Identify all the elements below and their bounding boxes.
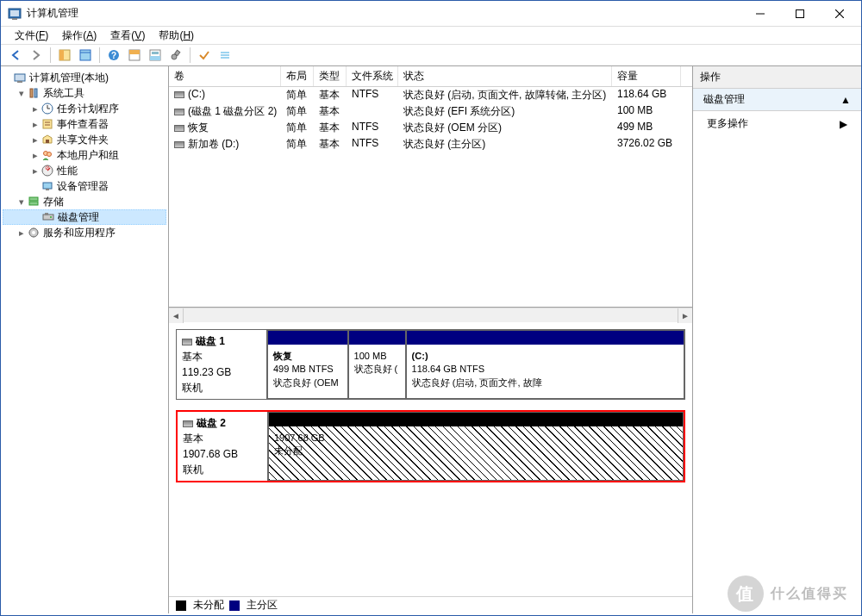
tree-storage[interactable]: ▾存储: [3, 194, 166, 209]
disk-block[interactable]: 磁盘 1基本119.23 GB联机恢复499 MB NTFS状态良好 (OEM1…: [176, 329, 685, 400]
svg-rect-40: [46, 189, 49, 190]
scroll-left-icon[interactable]: ◄: [169, 308, 184, 323]
more-actions[interactable]: 更多操作 ▶: [693, 111, 861, 136]
app-window: 计算机管理 文件(F)操作(A)查看(V)帮助(H) ?: [0, 0, 862, 616]
col-status[interactable]: 状态: [398, 66, 612, 86]
partition[interactable]: 恢复499 MB NTFS状态良好 (OEM: [267, 330, 348, 399]
tree-disk_mgmt[interactable]: 磁盘管理: [3, 209, 166, 225]
nav-back-button[interactable]: [6, 46, 25, 65]
tree-label: 存储: [43, 195, 64, 209]
tree-label: 设备管理器: [57, 179, 109, 194]
tree-twisty[interactable]: ▸: [30, 150, 41, 161]
volume-list-header[interactable]: 卷 布局 类型 文件系统 状态 容量: [169, 66, 692, 87]
close-button[interactable]: [820, 2, 859, 26]
svg-rect-25: [30, 89, 33, 97]
tree-node-icon: [41, 117, 54, 131]
tree-twisty[interactable]: ▸: [16, 227, 27, 239]
disk-info[interactable]: 磁盘 1基本119.23 GB联机: [177, 330, 267, 399]
col-type[interactable]: 类型: [314, 66, 347, 86]
tree-twisty[interactable]: ▾: [16, 196, 27, 208]
legend-unallocated-swatch: [176, 600, 186, 611]
disk-icon: [174, 109, 184, 115]
tree-node-icon: [41, 179, 54, 193]
collapse-icon: ▲: [840, 94, 851, 106]
actions-pane: 操作 磁盘管理 ▲ 更多操作 ▶: [693, 66, 861, 613]
tree-twisty[interactable]: [3, 72, 13, 83]
tree-event_viewer[interactable]: ▸事件查看器: [3, 116, 166, 132]
volume-list[interactable]: 卷 布局 类型 文件系统 状态 容量 (C:)简单基本NTFS状态良好 (启动,…: [169, 66, 692, 308]
disk-icon: [174, 125, 184, 132]
disk-graphical-view[interactable]: 磁盘 1基本119.23 GB联机恢复499 MB NTFS状态良好 (OEM1…: [169, 322, 692, 596]
tree-twisty[interactable]: [30, 181, 41, 191]
toolbar: ?: [1, 44, 861, 66]
col-filesystem[interactable]: 文件系统: [347, 66, 398, 86]
svg-point-35: [47, 152, 52, 157]
col-layout[interactable]: 布局: [281, 66, 314, 86]
volume-row[interactable]: (C:)简单基本NTFS状态良好 (启动, 页面文件, 故障转储, 主分区)11…: [169, 87, 692, 103]
tree-local_users[interactable]: ▸本地用户和组: [3, 147, 166, 163]
menu-a[interactable]: 操作(A): [57, 28, 102, 43]
disk-info[interactable]: 磁盘 2基本1907.68 GB联机: [178, 412, 268, 481]
tree-twisty[interactable]: ▸: [30, 134, 41, 146]
scroll-right-icon[interactable]: ►: [678, 308, 692, 323]
view-bottom-button[interactable]: [146, 46, 165, 65]
volume-row[interactable]: 新加卷 (D:)简单基本NTFS状态良好 (主分区)3726.02 GB: [169, 136, 692, 152]
nav-forward-button[interactable]: [27, 46, 46, 65]
partition[interactable]: 1907.68 GB未分配: [268, 412, 684, 481]
tree-label: 性能: [57, 164, 78, 178]
disk-icon: [183, 420, 193, 427]
nav-tree[interactable]: 计算机管理(本地)▾系统工具▸任务计划程序▸事件查看器▸共享文件夹▸本地用户和组…: [1, 66, 169, 613]
svg-rect-26: [34, 89, 37, 97]
svg-text:?: ?: [111, 51, 116, 60]
tree-twisty[interactable]: ▸: [30, 165, 41, 177]
col-volume[interactable]: 卷: [169, 66, 281, 86]
col-capacity[interactable]: 容量: [612, 66, 681, 86]
partition-bar: [407, 331, 684, 345]
tree-performance[interactable]: ▸⊘性能: [3, 163, 166, 178]
svg-rect-24: [17, 81, 22, 83]
tree-twisty[interactable]: [31, 212, 41, 222]
svg-rect-21: [221, 54, 229, 56]
hscrollbar[interactable]: ◄ ►: [169, 308, 692, 322]
svg-point-47: [32, 231, 35, 234]
partition[interactable]: (C:)118.64 GB NTFS状态良好 (启动, 页面文件, 故障: [406, 330, 684, 399]
maximize-button[interactable]: [780, 2, 820, 26]
window-title: 计算机管理: [27, 6, 740, 21]
svg-rect-2: [12, 18, 17, 20]
minimize-button[interactable]: [740, 2, 780, 26]
volume-row[interactable]: (磁盘 1 磁盘分区 2)简单基本状态良好 (EFI 系统分区)100 MB: [169, 103, 692, 120]
disk-block[interactable]: 磁盘 2基本1907.68 GB联机1907.68 GB未分配: [176, 410, 685, 482]
svg-rect-45: [45, 213, 48, 215]
svg-rect-22: [221, 57, 229, 59]
tree-twisty[interactable]: ▾: [16, 88, 27, 99]
tree-twisty[interactable]: ▸: [30, 103, 41, 115]
menu-v[interactable]: 查看(V): [105, 28, 150, 43]
svg-rect-42: [29, 202, 38, 205]
actions-section[interactable]: 磁盘管理 ▲: [693, 89, 861, 111]
view-top-button[interactable]: [125, 46, 144, 65]
list-button[interactable]: [216, 46, 234, 65]
tree-services_apps[interactable]: ▸服务和应用程序: [3, 225, 166, 240]
check-button[interactable]: [195, 46, 214, 65]
tree-root[interactable]: 计算机管理(本地): [3, 70, 166, 85]
tree-task_scheduler[interactable]: ▸任务计划程序: [3, 101, 166, 116]
svg-rect-14: [129, 50, 140, 54]
tree-system_tools[interactable]: ▾系统工具: [3, 85, 166, 101]
properties-button[interactable]: [76, 46, 95, 65]
menu-f[interactable]: 文件(F): [9, 28, 53, 43]
tree-device_manager[interactable]: 设备管理器: [3, 178, 166, 194]
tree-twisty[interactable]: ▸: [30, 119, 41, 130]
svg-text:⊘: ⊘: [45, 165, 50, 171]
tree-node-icon: [27, 195, 41, 208]
svg-rect-17: [152, 52, 159, 54]
show-hide-tree-button[interactable]: [55, 46, 74, 65]
menubar: 文件(F)操作(A)查看(V)帮助(H): [1, 27, 861, 44]
settings-button[interactable]: [166, 46, 185, 65]
titlebar: 计算机管理: [1, 1, 861, 27]
partition[interactable]: 100 MB状态良好 (: [348, 330, 406, 399]
tree-shared_folders[interactable]: ▸共享文件夹: [3, 132, 166, 147]
volume-row[interactable]: 恢复简单基本NTFS状态良好 (OEM 分区)499 MB: [169, 120, 692, 136]
svg-rect-41: [29, 197, 38, 201]
menu-h[interactable]: 帮助(H): [153, 28, 199, 43]
help-button[interactable]: ?: [104, 46, 123, 65]
